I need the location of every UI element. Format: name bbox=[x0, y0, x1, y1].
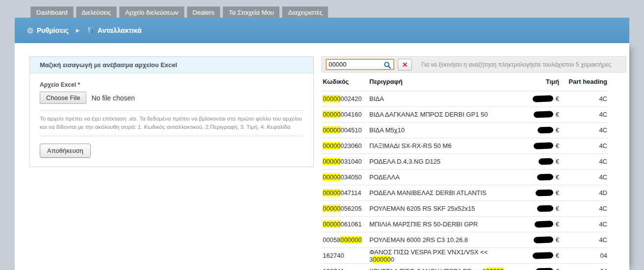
currency-symbol: € bbox=[556, 126, 559, 134]
price-cell: € bbox=[512, 158, 559, 165]
heading-cell: 4C bbox=[559, 111, 608, 118]
code-cell: 00000056205 bbox=[321, 205, 369, 212]
desc-cell: ΒΙΔΑ M5χ10 bbox=[369, 126, 512, 134]
gear-icon bbox=[26, 27, 34, 34]
table-row: 00000056205 ΡΟΥΛΕΜΑΝ 6205 RS SKF 25x52x1… bbox=[321, 201, 608, 217]
tab-archeio-dielefseon[interactable]: Αρχείο διελεύσεων bbox=[119, 6, 184, 18]
desc-cell: ΜΠΙΛΙΑ ΜΑΡΣΠΙΕ RS 50-DERBI GPR bbox=[369, 221, 512, 228]
breadcrumb-current: Ανταλλακτικά bbox=[87, 26, 142, 34]
desc-cell: ΡΟΔΕΛΛΑ bbox=[369, 173, 512, 181]
redacted-price bbox=[538, 126, 553, 133]
heading-cell: 4D bbox=[559, 189, 608, 196]
table-row: 00000034050 ΡΟΔΕΛΛΑ € 4C bbox=[321, 170, 608, 185]
search-box bbox=[326, 59, 394, 70]
breadcrumb-arrow-icon: ▶ bbox=[76, 28, 79, 33]
save-button[interactable]: Αποθήκευση bbox=[40, 144, 91, 158]
redacted-price bbox=[536, 189, 553, 196]
desc-cell: ΒΙΔΑ ΔΑΓΚΑΝΑΣ ΜΠΡΟΣ DERBI GP1 50 bbox=[369, 111, 512, 118]
header-heading: Part heading bbox=[559, 78, 608, 85]
tab-diacheiristes[interactable]: Διαχειριστές bbox=[282, 6, 328, 18]
heading-cell: 4C bbox=[559, 126, 608, 134]
no-file-chosen-text: No file chosen bbox=[91, 94, 135, 102]
desc-cell: ΡΟΥΛΕΜΑΝ 6205 RS SKF 25x52x15 bbox=[369, 205, 512, 212]
heading-cell: 4C bbox=[559, 205, 608, 212]
price-cell: € bbox=[512, 189, 559, 196]
currency-symbol: € bbox=[556, 95, 559, 102]
heading-cell: 04 bbox=[559, 268, 608, 270]
heading-cell: 4C bbox=[559, 236, 608, 244]
desc-cell: ΠΑΞΙΜΑΔΙ SX-RX-RS 50 M6 bbox=[369, 142, 512, 149]
currency-symbol: € bbox=[556, 205, 559, 212]
price-cell: € bbox=[512, 205, 559, 212]
code-cell: 162741 bbox=[321, 268, 369, 270]
heading-cell: 4C bbox=[559, 221, 608, 228]
breadcrumb: Ρυθμίσεις ▶ Ανταλλακτικά bbox=[15, 26, 142, 34]
currency-symbol: € bbox=[556, 142, 559, 149]
choose-file-button[interactable]: Choose File bbox=[40, 92, 86, 104]
desc-cell: ΚΡΥΣΤΑΛ ΠΙΣΩ ΦΑΝΟΥ VESPA PE << 300000 bbox=[369, 268, 512, 270]
top-tab-bar: DashboardΔιελεύσειςΑρχείο διελεύσεωνDeal… bbox=[30, 6, 328, 18]
redacted-price bbox=[533, 252, 553, 259]
search-strip: ✕ Για να ξεκινήσει η αναζήτηση πληκτρολο… bbox=[321, 56, 626, 73]
price-cell: € bbox=[512, 173, 559, 181]
code-cell: 00000023060 bbox=[321, 142, 369, 149]
red-x-icon: ✕ bbox=[402, 61, 408, 69]
heading-cell: 4C bbox=[559, 95, 608, 102]
redacted-price bbox=[537, 205, 553, 212]
desc-cell: ΡΟΔΕΛΑ ΜΑΝΙΒΕΛΑΣ DERBI ATLANTIS bbox=[369, 189, 512, 196]
currency-symbol: € bbox=[556, 252, 559, 259]
table-row: 00000047114 ΡΟΔΕΛΑ ΜΑΝΙΒΕΛΑΣ DERBI ATLAN… bbox=[321, 185, 608, 201]
upload-instructions-note: Το αρχείο πρέπει να έχει επέκταση .xls. … bbox=[40, 110, 304, 136]
currency-symbol: € bbox=[556, 111, 559, 118]
price-cell: € bbox=[512, 126, 559, 134]
panel-title: Μαζική εισαγωγή με ανέβασμα αρχείου Exce… bbox=[30, 57, 313, 74]
search-hint-text: Για να ξεκινήσει η αναζήτηση πληκτρολογή… bbox=[421, 61, 611, 68]
breadcrumb-settings[interactable]: Ρυθμίσεις bbox=[26, 26, 69, 34]
currency-symbol: € bbox=[556, 173, 559, 181]
code-cell: 00000034050 bbox=[321, 173, 369, 181]
desc-cell: ΡΟΔΕΛΑ D.4,3.NG D125 bbox=[369, 158, 512, 165]
redacted-price bbox=[533, 95, 553, 102]
magnifier-icon[interactable] bbox=[384, 61, 391, 69]
parts-table: Κωδικός Περιγραφή Τιμή Part heading 0000… bbox=[321, 73, 608, 270]
tab-dealers[interactable]: Dealers bbox=[187, 6, 221, 18]
redacted-price bbox=[534, 236, 553, 243]
table-row: 162741 ΚΡΥΣΤΑΛ ΠΙΣΩ ΦΑΝΟΥ VESPA PE << 30… bbox=[321, 264, 608, 270]
currency-symbol: € bbox=[556, 189, 559, 196]
price-cell: € bbox=[512, 252, 559, 259]
panel-body: Αρχείο Excel * Choose File No file chose… bbox=[30, 74, 313, 167]
tab-dashboard[interactable]: Dashboard bbox=[30, 6, 74, 18]
table-row: 00000031040 ΡΟΔΕΛΑ D.4,3.NG D125 € 4C bbox=[321, 154, 608, 170]
redacted-price bbox=[535, 221, 553, 227]
currency-symbol: € bbox=[556, 221, 559, 228]
table-body: 00000002420 ΒΙΔΑ € 4C 00000004160 ΒΙΔΑ Δ… bbox=[321, 91, 608, 270]
price-cell: € bbox=[512, 142, 559, 149]
header-desc: Περιγραφή bbox=[369, 78, 512, 85]
tools-icon bbox=[87, 26, 95, 34]
redacted-price bbox=[539, 158, 553, 165]
price-cell: € bbox=[512, 268, 559, 270]
file-input-row: Choose File No file chosen bbox=[40, 92, 304, 104]
currency-symbol: € bbox=[556, 236, 559, 244]
table-row: 00000004510 ΒΙΔΑ M5χ10 € 4C bbox=[321, 123, 608, 138]
tab-dielefseis[interactable]: Διελεύσεις bbox=[76, 6, 117, 18]
header-code: Κωδικός bbox=[321, 78, 369, 85]
code-cell: 162740 bbox=[321, 252, 369, 259]
clear-search-button[interactable]: ✕ bbox=[398, 59, 412, 71]
price-cell: € bbox=[512, 236, 559, 244]
currency-symbol: € bbox=[556, 158, 559, 165]
main-content: Μαζική εισαγωγή με ανέβασμα αρχείου Exce… bbox=[15, 43, 629, 270]
breadcrumb-current-label: Ανταλλακτικά bbox=[98, 26, 142, 34]
table-row: 00000061061 ΜΠΙΛΙΑ ΜΑΡΣΠΙΕ RS 50-DERBI G… bbox=[321, 217, 608, 232]
table-row: 00000004160 ΒΙΔΑ ΔΑΓΚΑΝΑΣ ΜΠΡΟΣ DERBI GP… bbox=[321, 107, 608, 123]
code-cell: 00058000000 bbox=[321, 236, 369, 244]
table-header-row: Κωδικός Περιγραφή Τιμή Part heading bbox=[321, 73, 608, 91]
table-row: 00000002420 ΒΙΔΑ € 4C bbox=[321, 91, 608, 107]
desc-cell: ΡΟΥΛΕΜΑΝ 6000 2RS C3 10.26.8 bbox=[369, 236, 512, 244]
tab-ta-stoicheia-mou[interactable]: Τα Στοιχεία Μου bbox=[223, 6, 280, 18]
header-price: Τιμή bbox=[512, 78, 559, 85]
heading-cell: 04 bbox=[559, 252, 608, 259]
table-row: 00058000000 ΡΟΥΛΕΜΑΝ 6000 2RS C3 10.26.8… bbox=[321, 232, 608, 248]
currency-symbol: € bbox=[556, 268, 559, 270]
heading-cell: 4C bbox=[559, 158, 608, 165]
